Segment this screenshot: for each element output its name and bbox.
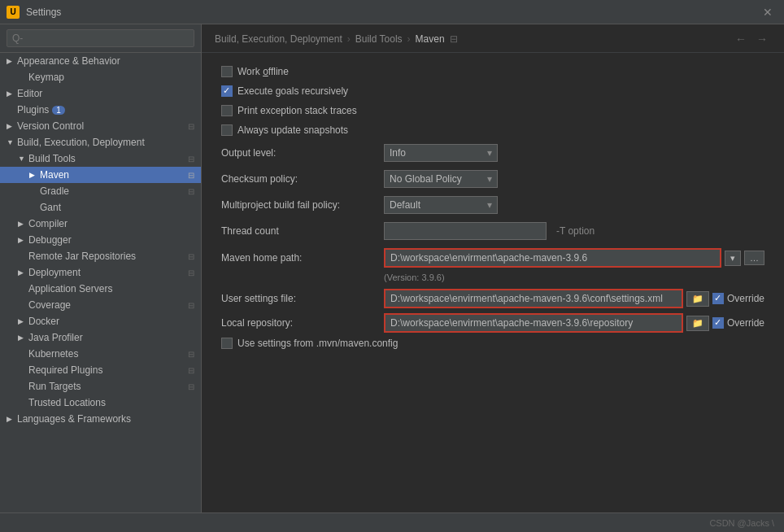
search-input[interactable]: [7, 29, 194, 47]
pin-icon[interactable]: ⊟: [450, 33, 458, 45]
multiproject-policy-label: Multiproject build fail policy:: [221, 199, 384, 211]
work-offline-checkbox[interactable]: [221, 66, 233, 77]
local-repo-control: 📁 Override: [384, 313, 764, 333]
user-settings-override-label: Override: [727, 293, 764, 304]
caret-icon: ▶: [18, 220, 26, 228]
t-option-label: -T option: [556, 225, 595, 237]
thread-count-row: Thread count -T option: [221, 222, 764, 240]
work-offline-row: Work offline: [221, 66, 764, 77]
sidebar-item-java-profiler[interactable]: ▶ Java Profiler: [0, 329, 201, 346]
print-exception-checkbox[interactable]: [221, 105, 233, 116]
side-icon: ⊟: [188, 122, 194, 131]
side-icon: ⊟: [188, 155, 194, 164]
output-level-control: Info ▾: [384, 144, 764, 162]
sidebar-item-deployment[interactable]: ▶ Deployment ⊟: [0, 264, 201, 281]
work-offline-text: Work offline: [237, 66, 289, 77]
sidebar-item-gant[interactable]: Gant: [0, 199, 201, 216]
local-repo-browse-btn[interactable]: 📁: [686, 316, 709, 331]
sidebar-item-remote-jar[interactable]: Remote Jar Repositories ⊟: [0, 248, 201, 264]
sidebar-item-app-servers[interactable]: Application Servers: [0, 281, 201, 297]
window-title: Settings: [26, 7, 758, 18]
breadcrumb-sep2: ›: [407, 33, 411, 45]
execute-goals-text: Execute goals recursively: [237, 85, 348, 97]
search-box: [0, 24, 201, 53]
side-icon: ⊟: [188, 171, 194, 180]
thread-count-input[interactable]: [384, 222, 547, 240]
sidebar-item-keymap[interactable]: Keymap: [0, 69, 201, 85]
back-button[interactable]: ←: [732, 33, 750, 46]
sidebar-item-required-plugins[interactable]: Required Plugins ⊟: [0, 362, 201, 378]
maven-home-browse-btn[interactable]: …: [744, 251, 764, 265]
multiproject-policy-select[interactable]: Default ▾: [384, 196, 498, 214]
local-repo-override-label: Override: [727, 317, 764, 329]
always-update-checkbox[interactable]: [221, 124, 233, 136]
always-update-label[interactable]: Always update snapshots: [221, 124, 348, 136]
sidebar-item-plugins[interactable]: Plugins 1: [0, 102, 201, 118]
sidebar-item-gradle[interactable]: Gradle ⊟: [0, 183, 201, 199]
sidebar-item-version-control[interactable]: ▶ Version Control ⊟: [0, 118, 201, 134]
app-icon: U: [7, 6, 20, 19]
user-settings-override-checkbox[interactable]: [712, 293, 724, 304]
user-settings-browse-btn[interactable]: 📁: [686, 291, 709, 307]
maven-version-text: (Version: 3.9.6): [384, 273, 764, 282]
caret-icon: ▶: [7, 122, 15, 130]
output-level-row: Output level: Info ▾: [221, 144, 764, 162]
sidebar-item-debugger[interactable]: ▶ Debugger: [0, 232, 201, 248]
execute-goals-row: Execute goals recursively: [221, 85, 764, 97]
execute-goals-label[interactable]: Execute goals recursively: [221, 85, 348, 97]
caret-icon: ▶: [29, 171, 37, 179]
checksum-policy-label: Checksum policy:: [221, 173, 384, 185]
multiproject-policy-control: Default ▾: [384, 196, 764, 214]
output-level-label: Output level:: [221, 147, 384, 159]
title-bar: U Settings ✕: [0, 0, 784, 24]
local-repo-override-checkbox[interactable]: [712, 317, 724, 329]
sidebar-item-build-exec[interactable]: ▼ Build, Execution, Deployment: [0, 134, 201, 150]
caret-icon: ▶: [18, 236, 26, 244]
sidebar-item-docker[interactable]: ▶ Docker: [0, 313, 201, 329]
footer-bar: CSDN @Jacks \: [0, 512, 784, 532]
sidebar: ▶ Appearance & Behavior Keymap ▶ Editor …: [0, 24, 202, 512]
sidebar-item-compiler[interactable]: ▶ Compiler: [0, 216, 201, 232]
breadcrumb-nav: ← →: [732, 33, 771, 46]
checksum-policy-value: No Global Policy: [390, 173, 462, 185]
always-update-row: Always update snapshots: [221, 124, 764, 136]
side-icon: ⊟: [188, 366, 194, 375]
side-icon: ⊟: [188, 268, 194, 277]
content-area: Build, Execution, Deployment › Build Too…: [202, 24, 784, 512]
caret-icon: ▶: [7, 415, 15, 423]
use-settings-label[interactable]: Use settings from .mvn/maven.config: [221, 338, 398, 349]
sidebar-item-maven[interactable]: ▶ Maven ⊟: [0, 167, 201, 183]
local-repo-input[interactable]: [384, 313, 683, 333]
caret-icon: ▶: [7, 57, 15, 65]
side-icon: ⊟: [188, 350, 194, 359]
sidebar-item-build-tools[interactable]: ▼ Build Tools ⊟: [0, 150, 201, 167]
print-exception-label[interactable]: Print exception stack traces: [221, 105, 357, 116]
work-offline-label[interactable]: Work offline: [221, 66, 289, 77]
maven-home-input[interactable]: [384, 248, 721, 268]
print-exception-row: Print exception stack traces: [221, 105, 764, 116]
use-settings-checkbox[interactable]: [221, 338, 233, 349]
execute-goals-checkbox[interactable]: [221, 85, 233, 97]
maven-home-dropdown-btn[interactable]: ▾: [725, 251, 741, 266]
use-settings-row: Use settings from .mvn/maven.config: [221, 338, 764, 349]
output-level-value: Info: [390, 147, 406, 159]
sidebar-item-run-targets[interactable]: Run Targets ⊟: [0, 378, 201, 395]
user-settings-override-wrap: Override: [712, 293, 764, 304]
sidebar-item-editor[interactable]: ▶ Editor: [0, 85, 201, 102]
close-button[interactable]: ✕: [758, 4, 777, 20]
checksum-policy-select[interactable]: No Global Policy ▾: [384, 170, 498, 188]
user-settings-label: User settings file:: [221, 293, 384, 304]
sidebar-item-coverage[interactable]: Coverage ⊟: [0, 297, 201, 313]
output-level-select[interactable]: Info ▾: [384, 144, 498, 162]
maven-home-row: Maven home path: ▾ …: [221, 248, 764, 268]
sidebar-item-trusted-locations[interactable]: Trusted Locations: [0, 395, 201, 411]
sidebar-item-kubernetes[interactable]: Kubernetes ⊟: [0, 346, 201, 362]
user-settings-control: 📁 Override: [384, 289, 764, 308]
user-settings-input[interactable]: [384, 289, 683, 308]
breadcrumb-part1: Build, Execution, Deployment: [215, 33, 342, 45]
caret-icon: ▶: [18, 317, 26, 325]
forward-button[interactable]: →: [753, 33, 771, 46]
sidebar-item-appearance[interactable]: ▶ Appearance & Behavior: [0, 53, 201, 69]
dropdown-arrow-icon: ▾: [487, 173, 492, 185]
sidebar-item-languages[interactable]: ▶ Languages & Frameworks: [0, 411, 201, 427]
